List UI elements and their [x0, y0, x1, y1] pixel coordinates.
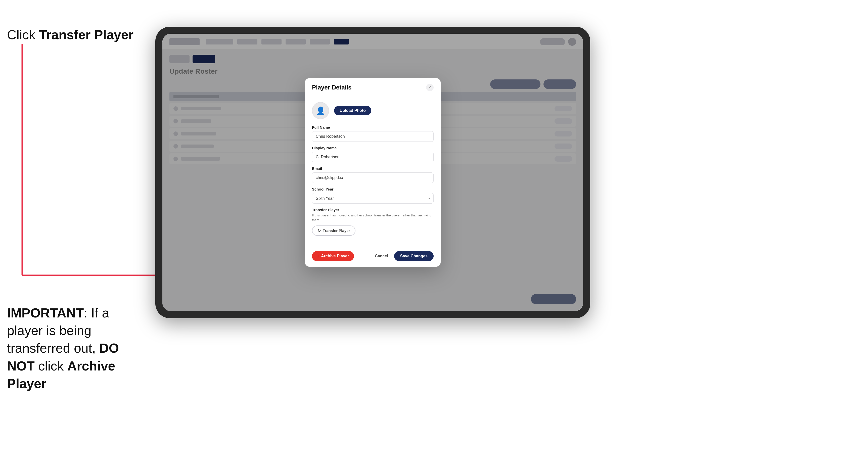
display-name-group: Display Name [312, 146, 434, 162]
modal-body: 👤 Upload Photo Full Name Display Name [305, 96, 441, 247]
archive-player-button[interactable]: ↓ Archive Player [312, 251, 354, 261]
modal-header: Player Details × [305, 78, 441, 96]
tablet-screen: Update Roster [162, 34, 583, 311]
person-icon: 👤 [316, 106, 325, 115]
email-group: Email [312, 166, 434, 183]
archive-icon: ↓ [317, 254, 319, 258]
instruction-top: Click Transfer Player [7, 27, 133, 42]
full-name-input[interactable] [312, 131, 434, 142]
display-name-label: Display Name [312, 146, 434, 150]
school-year-select-wrapper: First Year Second Year Third Year Fourth… [312, 193, 434, 204]
tablet-device: Update Roster [155, 27, 590, 318]
instruction-bottom: IMPORTANT: If a player is being transfer… [7, 304, 140, 392]
transfer-player-button[interactable]: ↻ Transfer Player [312, 225, 355, 236]
photo-row: 👤 Upload Photo [312, 102, 434, 119]
instruction-part4: click [35, 359, 67, 373]
modal-title: Player Details [312, 84, 351, 91]
full-name-label: Full Name [312, 125, 434, 129]
school-year-label: School Year [312, 187, 434, 191]
modal-overlay: Player Details × 👤 Upload Photo Full Nam [162, 34, 583, 311]
instruction-important: IMPORTANT [7, 306, 84, 320]
cancel-button[interactable]: Cancel [372, 251, 391, 261]
photo-placeholder: 👤 [312, 102, 329, 119]
email-input[interactable] [312, 173, 434, 183]
transfer-section-label: Transfer Player [312, 208, 434, 212]
transfer-button-label: Transfer Player [323, 228, 350, 233]
archive-button-label: Archive Player [321, 254, 349, 258]
modal-footer: ↓ Archive Player Cancel Save Changes [305, 247, 441, 267]
display-name-input[interactable] [312, 152, 434, 162]
transfer-icon: ↻ [317, 228, 321, 233]
transfer-player-section: Transfer Player If this player has moved… [312, 208, 434, 236]
instruction-top-prefix: Click [7, 27, 39, 42]
modal-close-button[interactable]: × [426, 84, 434, 91]
school-year-select[interactable]: First Year Second Year Third Year Fourth… [312, 193, 434, 204]
upload-photo-button[interactable]: Upload Photo [334, 106, 371, 115]
instruction-top-bold: Transfer Player [39, 27, 133, 42]
transfer-section-description: If this player has moved to another scho… [312, 213, 434, 222]
player-details-modal: Player Details × 👤 Upload Photo Full Nam [305, 78, 441, 267]
email-label: Email [312, 166, 434, 171]
school-year-group: School Year First Year Second Year Third… [312, 187, 434, 204]
save-changes-button[interactable]: Save Changes [394, 251, 434, 261]
full-name-group: Full Name [312, 125, 434, 142]
